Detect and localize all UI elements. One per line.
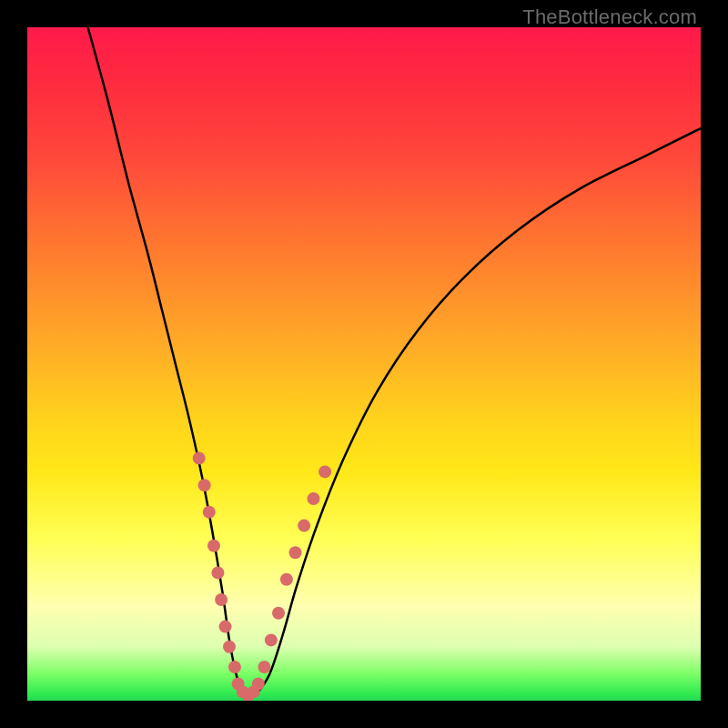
plot-area: [27, 27, 701, 701]
highlight-marker: [280, 573, 293, 586]
highlight-marker: [298, 520, 310, 532]
highlight-marker: [308, 492, 320, 505]
highlight-marker: [198, 479, 211, 491]
highlight-marker: [252, 678, 265, 691]
highlight-marker: [215, 593, 228, 606]
highlight-marker: [203, 506, 216, 519]
highlight-marker: [207, 540, 220, 552]
chart-frame: TheBottleneck.com: [0, 0, 728, 728]
highlight-marker: [272, 607, 285, 620]
highlight-marker: [318, 465, 331, 478]
attribution-text: TheBottleneck.com: [522, 5, 697, 29]
highlight-marker: [265, 633, 278, 646]
highlight-marker: [193, 452, 206, 465]
highlight-marker: [223, 641, 236, 653]
highlight-marker: [258, 661, 270, 673]
bottleneck-curve: [88, 27, 701, 697]
highlight-marker: [228, 661, 241, 673]
highlight-marker: [289, 546, 302, 559]
highlight-marker: [219, 621, 232, 633]
highlight-marker: [211, 566, 224, 579]
curve-layer: [27, 27, 701, 701]
highlight-markers: [193, 452, 331, 701]
